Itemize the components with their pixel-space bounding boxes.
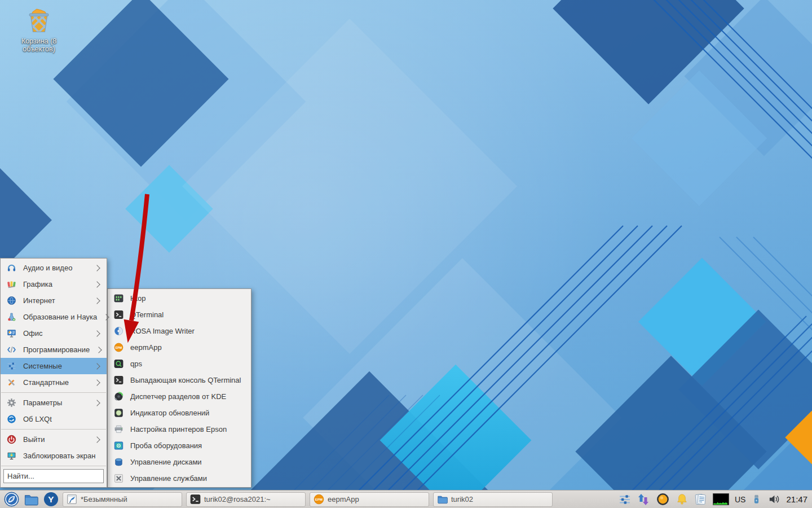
menu-item-label: Программирование [23,345,90,354]
menu-item-audio-video[interactable]: Аудио и видео [1,260,107,276]
menu-item-label: Системные [23,362,62,370]
submenu-item-update-indicator[interactable]: Индикатор обновлений [108,405,251,421]
chevron-right-icon [94,436,100,443]
menu-separator [1,466,106,466]
submenu-item-eepmapp[interactable]: eepmApp [108,339,251,356]
menu-item-label: Об LXQt [23,415,52,423]
submenu-item-label: ROSA Image Writer [130,327,195,335]
submenu-item-label: eepmApp [130,343,162,352]
eepm-icon [314,494,324,505]
submenu-item-disks[interactable]: Управление дисками [108,454,251,470]
mixer-sliders-icon[interactable] [619,493,631,506]
htop-icon [114,294,123,303]
headphones-icon [7,263,16,273]
network-traffic-icon[interactable] [637,493,650,506]
submenu-item-label: Управление дисками [130,458,202,466]
yandex-browser-icon [43,492,59,507]
task-eepmapp[interactable]: eepmApp [310,492,429,507]
task-label: *Безымянный [81,495,127,503]
chevron-right-icon [94,379,100,386]
menu-item-leave[interactable]: Выйти [1,431,107,448]
code-icon [7,345,16,354]
menu-item-programming[interactable]: Программирование [1,341,107,358]
menu-item-about-lxqt[interactable]: Об LXQt [1,411,107,427]
submenu-item-htop[interactable]: Htop [108,290,251,306]
clock[interactable]: 21:47 [786,494,807,504]
folder-icon [437,494,448,505]
trash-label: Корзина (8 объектов) [8,37,70,54]
submenu-item-label: Выпадающая консоль QTerminal [130,376,241,384]
menu-item-education-science[interactable]: Образование и Наука [1,309,107,325]
science-flask-icon [7,312,16,322]
notifications-bell-icon[interactable] [676,493,689,506]
submenu-item-qps[interactable]: qps [108,356,251,372]
task-qterminal[interactable]: turik02@rosa2021:~ [186,492,306,507]
palette-icon [7,279,16,289]
menu-item-label: Офис [23,329,43,338]
menu-item-preferences[interactable]: Параметры [1,395,107,411]
chevron-right-icon [94,330,100,336]
desktop: EPM [0,0,812,508]
usb-device-icon[interactable] [751,494,762,505]
task-featherpad[interactable]: *Безымянный [63,492,182,507]
file-manager-launcher[interactable] [23,492,39,507]
system-monitor-icon[interactable] [713,493,729,505]
menu-separator [1,392,106,393]
menu-item-label: Аудио и видео [23,264,72,272]
menu-item-system[interactable]: Системные [1,358,107,374]
chevron-right-icon [96,347,102,353]
submenu-item-label: qps [130,360,142,368]
submenu-item-partition-manager[interactable]: Диспетчер разделов от KDE [108,388,251,405]
menu-item-office[interactable]: Офис [1,325,107,341]
yandex-browser-launcher[interactable] [43,492,59,507]
terminal-icon [114,375,123,385]
taskbar: *Безымянный turik02@rosa2021:~ eepmApp t… [0,490,812,508]
task-file-manager[interactable]: turik02 [433,492,553,507]
submenu-item-rosa-image-writer[interactable]: ROSA Image Writer [108,323,251,339]
tools-icon [7,378,16,387]
submenu-item-label: Настройка принтеров Epson [130,425,227,433]
lock-screen-icon [7,451,16,461]
task-label: eepmApp [328,495,359,503]
submenu-item-qterminal-drop[interactable]: Выпадающая консоль QTerminal [108,372,251,388]
printer-icon [114,424,123,434]
clipboard-icon[interactable] [694,493,707,506]
menu-item-label: Стандартные [23,378,69,387]
menu-item-label: Выйти [23,435,45,444]
featherpad-icon [67,494,77,505]
menu-item-internet[interactable]: Интернет [1,292,107,309]
system-submenu: Htop QTerminal ROSA Image Writer eepmApp… [107,288,251,488]
submenu-item-epson-printers[interactable]: Настройка принтеров Epson [108,421,251,437]
menu-search-input[interactable] [3,469,104,483]
hardware-probe-icon [114,441,123,450]
submenu-item-label: Индикатор обновлений [130,409,209,417]
submenu-item-label: Htop [130,294,145,303]
submenu-item-hardware-probe[interactable]: Проба оборудования [108,437,251,454]
submenu-item-services[interactable]: Управление службами [108,470,251,487]
keyboard-layout[interactable]: US [735,495,745,504]
menu-item-lock-screen[interactable]: Заблокировать экран [1,448,107,464]
task-label: turik02 [451,495,473,503]
submenu-item-qterminal[interactable]: QTerminal [108,306,251,323]
chevron-right-icon [94,363,100,369]
services-icon [114,474,123,483]
trash-desktop-icon[interactable]: Корзина (8 объектов) [8,7,70,54]
submenu-item-label: Управление службами [130,474,207,483]
chevron-right-icon [94,281,100,287]
chevron-right-icon [94,400,100,406]
terminal-icon [114,310,123,319]
update-notifier-icon[interactable] [656,492,670,506]
submenu-item-label: Проба оборудования [130,441,202,450]
rosa-menu-icon [4,492,19,507]
menu-item-label: Образование и Наука [23,313,97,321]
lxqt-icon [7,414,16,424]
qps-icon [114,359,123,369]
menu-item-accessories[interactable]: Стандартные [1,374,107,391]
presentation-icon [7,329,16,338]
start-menu-button[interactable] [3,492,19,507]
menu-item-graphics[interactable]: Графика [1,276,107,292]
menu-item-label: Параметры [23,398,62,407]
terminal-icon [190,494,201,505]
volume-icon[interactable] [767,493,780,506]
chevron-right-icon [94,297,100,304]
